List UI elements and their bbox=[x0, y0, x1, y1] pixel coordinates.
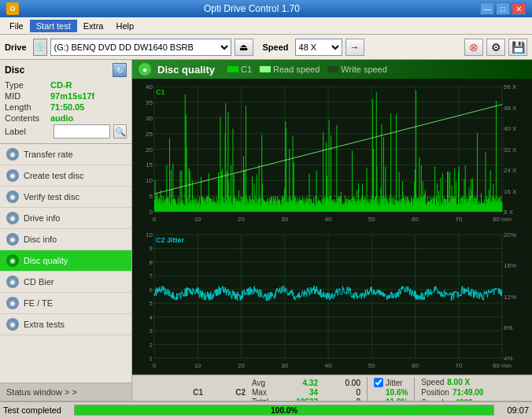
speed-label: Speed bbox=[263, 43, 289, 52]
disc-info-icon: ◉ bbox=[6, 233, 19, 246]
minimize-button[interactable]: — bbox=[480, 2, 494, 15]
drive-bar: Drive 💿 (G:) BENQ DVD DD DW1640 BSRB ⏏ S… bbox=[0, 35, 532, 60]
extra-tests-icon: ◉ bbox=[6, 318, 19, 331]
sidebar-item-disc-quality[interactable]: ◉ Disc quality bbox=[0, 250, 131, 272]
maximize-button[interactable]: □ bbox=[496, 2, 510, 15]
speed-arrow-button[interactable]: → bbox=[345, 39, 364, 56]
drive-select[interactable]: (G:) BENQ DVD DD DW1640 BSRB bbox=[50, 39, 231, 56]
verify-test-disc-icon: ◉ bbox=[6, 191, 19, 203]
disc-info-label: Disc info bbox=[24, 235, 57, 244]
menu-file[interactable]: File bbox=[3, 20, 30, 32]
status-bar: Test completed 100.0% 09:07 bbox=[0, 401, 532, 418]
disc-quality-header: ● Disc quality C1 Read speed Write speed bbox=[132, 60, 532, 79]
app-icon: O bbox=[6, 2, 19, 15]
contents-label: Contents bbox=[5, 113, 50, 123]
legend-write-speed-label: Write speed bbox=[341, 65, 387, 74]
menu-extra[interactable]: Extra bbox=[77, 20, 110, 32]
legend-c1-color bbox=[227, 66, 238, 72]
disc-panel: Disc ↻ Type CD-R MID 97m15s17f Length 71… bbox=[0, 60, 131, 144]
disc-quality-header-icon: ● bbox=[139, 63, 151, 76]
jitter-col-header: Jitter bbox=[386, 379, 403, 387]
position-value: 71:49.00 bbox=[453, 388, 483, 397]
content-area: ● Disc quality C1 Read speed Write speed bbox=[132, 60, 532, 401]
sidebar-item-extra-tests[interactable]: ◉ Extra tests bbox=[0, 314, 131, 335]
status-window-button[interactable]: Status window > > bbox=[0, 383, 131, 401]
sidebar-item-fe-te[interactable]: ◉ FE / TE bbox=[0, 293, 131, 314]
speed-stat-label: Speed bbox=[421, 378, 444, 387]
type-value: CD-R bbox=[50, 80, 72, 90]
max-c2-value: 0 bbox=[326, 388, 360, 397]
col-c2-header: C2 bbox=[211, 388, 246, 397]
sidebar-item-drive-info[interactable]: ◉ Drive info bbox=[0, 208, 131, 229]
stats-rows: Avg 4.32 0.00 Max 34 0 Total 18633 0 bbox=[252, 379, 360, 401]
disc-quality-title: Disc quality bbox=[157, 64, 215, 76]
length-label: Length bbox=[5, 102, 50, 112]
legend-write-speed: Write speed bbox=[327, 65, 387, 74]
total-label: Total bbox=[252, 398, 275, 401]
sidebar-item-cd-bier[interactable]: ◉ CD Bier bbox=[0, 272, 131, 293]
total-c1-value: 18633 bbox=[283, 398, 318, 401]
drive-label: Drive bbox=[5, 43, 27, 52]
c1-chart-canvas bbox=[132, 79, 532, 227]
eject-button[interactable]: ⏏ bbox=[235, 39, 253, 56]
toolbar-btn-2[interactable]: ⚙ bbox=[486, 39, 505, 56]
speed-position-stats: Speed 8.00 X Position 71:49.00 Samples 4… bbox=[421, 378, 483, 401]
legend-c1: C1 bbox=[227, 65, 252, 74]
label-input[interactable] bbox=[54, 124, 110, 139]
drive-info-label: Drive info bbox=[24, 213, 60, 223]
transfer-rate-label: Transfer rate bbox=[24, 150, 73, 159]
drive-info-icon: ◉ bbox=[6, 212, 19, 224]
length-value: 71:50.05 bbox=[50, 102, 84, 112]
label-search-button[interactable]: 🔍 bbox=[113, 124, 127, 139]
avg-label: Avg bbox=[252, 379, 275, 387]
create-test-disc-icon: ◉ bbox=[6, 169, 19, 182]
avg-c1-value: 4.32 bbox=[283, 379, 318, 387]
sidebar-item-verify-test-disc[interactable]: ◉ Verify test disc bbox=[0, 187, 131, 208]
menu-start-test[interactable]: Start test bbox=[30, 20, 77, 32]
status-window-label: Status window > > bbox=[6, 387, 77, 397]
progress-percentage: 100.0% bbox=[75, 405, 493, 415]
close-button[interactable]: ✕ bbox=[512, 2, 526, 15]
c2-jitter-chart bbox=[132, 227, 532, 375]
disc-refresh-button[interactable]: ↻ bbox=[113, 63, 127, 77]
nav-items: ◉ Transfer rate ◉ Create test disc ◉ Ver… bbox=[0, 144, 131, 335]
stats-bar: C1 C2 Avg 4.32 0.00 Max 34 0 bbox=[132, 375, 532, 401]
sidebar-item-create-test-disc[interactable]: ◉ Create test disc bbox=[0, 165, 131, 187]
avg-c2-value: 0.00 bbox=[326, 379, 360, 387]
window-controls: — □ ✕ bbox=[480, 2, 526, 15]
c2-jitter-chart-canvas bbox=[132, 227, 532, 374]
samples-value: 4303 bbox=[455, 398, 472, 401]
contents-value: audio bbox=[50, 113, 73, 123]
status-text: Test completed bbox=[3, 405, 61, 415]
legend-read-speed-label: Read speed bbox=[273, 65, 320, 74]
col-header-blank bbox=[137, 388, 161, 397]
stats-divider-1 bbox=[367, 377, 368, 401]
app-title: Opti Drive Control 1.70 bbox=[24, 3, 480, 14]
fe-te-label: FE / TE bbox=[24, 298, 53, 308]
jitter-checkbox[interactable] bbox=[374, 378, 383, 387]
avg-jitter-value: 10.6% bbox=[386, 388, 408, 397]
stats-divider-2 bbox=[414, 377, 415, 401]
legend-write-speed-color bbox=[327, 66, 338, 72]
drive-icon: 💿 bbox=[33, 39, 47, 56]
progress-bar: 100.0% bbox=[74, 405, 494, 416]
jitter-stats: Jitter 10.6% 11.9% bbox=[374, 378, 408, 401]
cd-bier-label: CD Bier bbox=[24, 277, 54, 287]
max-jitter-value: 11.9% bbox=[386, 398, 408, 401]
title-bar: O Opti Drive Control 1.70 — □ ✕ bbox=[0, 0, 532, 17]
sidebar-item-transfer-rate[interactable]: ◉ Transfer rate bbox=[0, 144, 131, 165]
speed-stat-value: 8.00 X bbox=[447, 378, 470, 387]
transfer-rate-icon: ◉ bbox=[6, 148, 19, 161]
toolbar-btn-save[interactable]: 💾 bbox=[508, 39, 527, 56]
sidebar-item-disc-info[interactable]: ◉ Disc info bbox=[0, 229, 131, 250]
label-label: Label bbox=[5, 127, 50, 136]
speed-select[interactable]: 48 X bbox=[295, 39, 342, 56]
menu-help[interactable]: Help bbox=[109, 20, 140, 32]
type-label: Type bbox=[5, 80, 50, 90]
max-label: Max bbox=[252, 388, 275, 397]
legend-read-speed: Read speed bbox=[260, 65, 320, 74]
extra-tests-label: Extra tests bbox=[24, 320, 65, 329]
toolbar-btn-1[interactable]: ⊗ bbox=[464, 39, 483, 56]
label-row: Label 🔍 bbox=[5, 124, 127, 139]
disc-quality-icon: ◉ bbox=[6, 254, 19, 267]
